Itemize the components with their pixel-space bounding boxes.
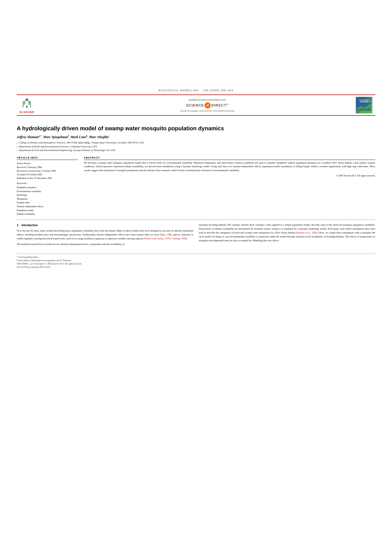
journal-banner: ELSEVIER available at www.sciencedirect.… <box>17 95 375 116</box>
received2: Received in revised form 3 October 2005 <box>17 169 78 173</box>
sciencedirect-logo: SCIENCE d DIRECT® <box>61 102 353 108</box>
page: ECOLOGICAL MODELLING 194 (2006) 395–404 … <box>0 0 392 555</box>
kw-4: Mosquitoes <box>17 197 78 201</box>
svg-point-1 <box>26 98 28 101</box>
body-col-left: 1. Introduction Over the last 50 years, … <box>17 223 193 248</box>
abstract-text: We develop a swamp water mosquito popula… <box>84 161 375 173</box>
license-line: 0304-3800/$ – see front matter © 2005 El… <box>17 262 375 266</box>
eco-cover-area: ECOLOGICALMODELLING <box>353 97 375 114</box>
intro-para3: mosquito breeding habitats. We examine w… <box>199 223 376 243</box>
info-abstract-columns: ARTICLE INFO Article history: Received 3… <box>17 156 375 216</box>
abstract-header: ABSTRACT <box>84 156 375 160</box>
keywords-list: Population dynamics Environmental variab… <box>17 186 78 216</box>
article-title: A hydrologically driven model of swamp w… <box>17 125 375 132</box>
banner-center: available at www.sciencedirect.com SCIEN… <box>61 98 353 112</box>
author-4: Marc Stieglitzc <box>89 135 110 139</box>
kw-2: Environmental variability <box>17 190 78 193</box>
keywords-label: Keywords: <box>17 181 78 185</box>
elsevier-label: ELSEVIER <box>20 111 34 114</box>
history-label: Article history: <box>17 162 78 165</box>
eco-cover-image <box>357 103 371 111</box>
author-1: Jeffrey Shamana,* <box>17 135 42 139</box>
intro-para2: The model presented here accounts for tw… <box>17 242 193 246</box>
direct-text: DIRECT® <box>211 103 228 107</box>
star-note: * Corresponding author. <box>17 256 375 259</box>
svg-rect-4 <box>26 106 27 108</box>
journal-link: journal homepage: www.elsevier.com/locat… <box>61 110 353 112</box>
published: Published on line 15 December 2005 <box>17 176 78 180</box>
author-2: Marc Spiegelmanb <box>43 135 69 139</box>
article-history: Article history: Received 3 February 200… <box>17 162 78 216</box>
kw-8: Habitat availability <box>17 212 78 216</box>
affil-b: b Department of Earth and Environmental … <box>17 145 375 149</box>
section1-heading: 1. Introduction <box>17 223 193 228</box>
accepted: Accepted 18 October 2005 <box>17 173 78 176</box>
journal-header: ECOLOGICAL MODELLING 194 (2006) 395–404 <box>0 84 392 93</box>
article-info-column: ARTICLE INFO Article history: Received 3… <box>17 156 78 216</box>
science-text: SCIENCE <box>186 103 204 107</box>
elsevier-logo-area: ELSEVIER <box>17 97 61 114</box>
eco-cover: ECOLOGICALMODELLING <box>356 97 372 114</box>
article-info-header: ARTICLE INFO <box>17 156 78 160</box>
kw-7: Population model <box>17 209 78 212</box>
journal-name: ECOLOGICAL MODELLING <box>159 89 199 92</box>
affil-c: c Department of Civil and Environmental … <box>17 148 375 152</box>
affil-a: a College of Oceanic and Atmospheric Sci… <box>17 141 375 145</box>
article-content: A hydrologically driven model of swamp w… <box>0 117 392 275</box>
section1-number: 1. <box>17 224 19 227</box>
body-columns: 1. Introduction Over the last 50 years, … <box>17 223 375 248</box>
authors-line: Jeffrey Shamana,*, Marc Spiegelmanb, Mar… <box>17 135 375 139</box>
doi-line: doi:10.1016/j.ecolmodel.2005.10.037 <box>17 266 375 269</box>
abstract-copyright: © 2005 Elsevier B.V. All rights reserved… <box>84 174 375 177</box>
journal-volume: 194 (2006) 395–404 <box>203 89 233 92</box>
body-col-right: mosquito breeding habitats. We examine w… <box>199 223 376 248</box>
intro-para1: Over the last 50 years, many models desc… <box>17 229 193 241</box>
d-circle-icon: d <box>205 102 211 108</box>
email-line: E-mail address: jshaman@coas.oregonstate… <box>17 259 375 262</box>
kw-3: Hydrology <box>17 193 78 197</box>
elsevier-logo: ELSEVIER <box>20 97 34 114</box>
abstract-column: ABSTRACT We develop a swamp water mosqui… <box>84 156 375 216</box>
elsevier-tree-icon <box>20 97 34 110</box>
kw-6: Density-independent effects <box>17 205 78 209</box>
kw-5: Swamp water <box>17 201 78 205</box>
section-divider <box>17 219 375 220</box>
footer: * Corresponding author. E-mail address: … <box>17 254 375 269</box>
received1: Received 3 February 2004 <box>17 166 78 169</box>
section1-title: Introduction <box>22 224 38 227</box>
affiliations: a College of Oceanic and Atmospheric Sci… <box>17 141 375 152</box>
available-text: available at www.sciencedirect.com <box>61 98 353 101</box>
author-3: Mark Caneb <box>70 135 87 139</box>
eco-cover-title: ECOLOGICALMODELLING <box>359 99 369 103</box>
kw-1: Population dynamics <box>17 186 78 190</box>
